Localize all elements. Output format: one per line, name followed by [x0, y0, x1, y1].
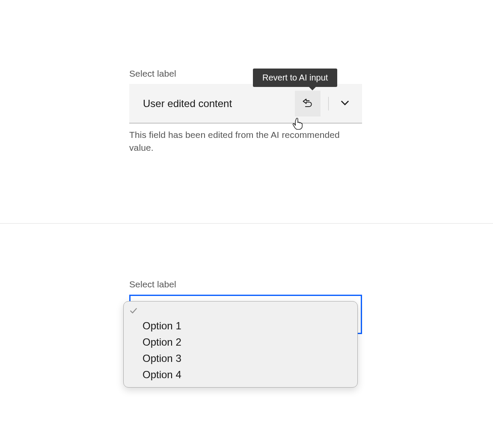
cursor-pointer-icon: [291, 117, 304, 132]
select-input-open[interactable]: Option 1 Option 2 Option 3 Option 4: [129, 295, 362, 334]
select-field-open: Select label Option 1 Option 2: [129, 279, 362, 334]
dropdown-option-label: Option 3: [143, 352, 181, 364]
dropdown-toggle[interactable]: [336, 98, 353, 109]
chevron-down-icon: [340, 98, 350, 109]
dropdown-option-label: Option 2: [143, 336, 181, 348]
dropdown-option-selected[interactable]: [124, 304, 357, 318]
dropdown-option[interactable]: Option 4: [124, 367, 357, 383]
dropdown-option-label: Option 1: [143, 320, 181, 332]
vertical-divider: [328, 97, 329, 111]
dropdown-menu: Option 1 Option 2 Option 3 Option 4: [123, 301, 358, 388]
dropdown-option[interactable]: Option 1: [124, 318, 357, 334]
revert-button[interactable]: [295, 91, 321, 116]
dropdown-option-label: Option 4: [143, 369, 181, 381]
select-label: Select label: [129, 279, 362, 290]
select-input[interactable]: User edited content: [129, 84, 362, 123]
helper-text: This field has been edited from the AI r…: [129, 128, 362, 155]
dropdown-option[interactable]: Option 3: [124, 350, 357, 367]
select-value: User edited content: [129, 98, 295, 110]
undo-icon: [302, 97, 314, 111]
revert-tooltip: Revert to AI input: [253, 69, 337, 87]
dropdown-option[interactable]: Option 2: [124, 334, 357, 350]
checkmark-icon: [130, 307, 137, 315]
